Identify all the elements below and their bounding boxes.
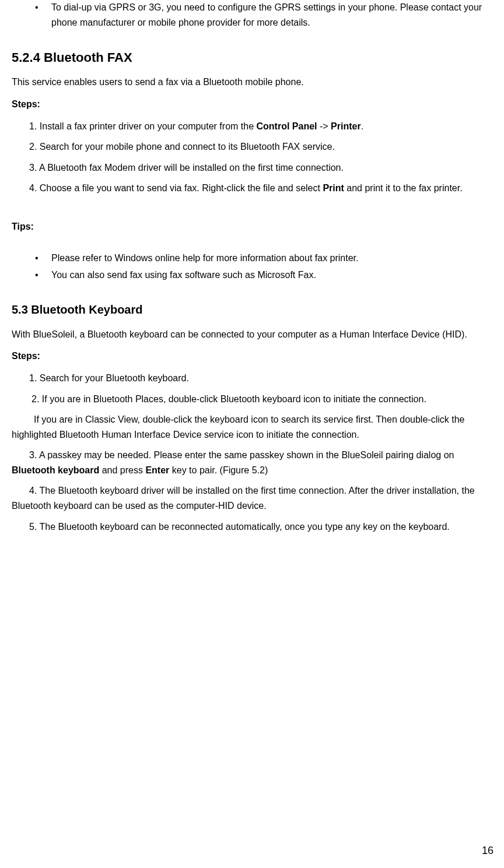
steps-label-53: Steps: (12, 349, 492, 364)
step-53-2: 2. If you are in Bluetooth Places, doubl… (12, 392, 492, 407)
intro-524: This service enables users to send a fax… (12, 75, 492, 90)
step-524-4: 4. Choose a file you want to send via fa… (12, 181, 492, 196)
step-524-2: 2. Search for your mobile phone and conn… (12, 139, 492, 154)
tip-text: You can also send fax using fax software… (51, 268, 492, 283)
intro-53: With BlueSoleil, a Bluetooth keyboard ca… (12, 327, 492, 342)
steps-label-524: Steps: (12, 97, 492, 112)
step-524-1: 1. Install a fax printer driver on your … (12, 119, 492, 134)
bullet-marker: • (35, 251, 51, 266)
step-53-1: 1. Search for your Bluetooth keyboard. (12, 371, 492, 386)
bullet-text: To dial-up via GPRS or 3G, you need to c… (51, 0, 492, 30)
step-53-4: 4. The Bluetooth keyboard driver will be… (12, 483, 492, 513)
step-53-5: 5. The Bluetooth keyboard can be reconne… (12, 519, 492, 535)
bullet-gprs: • To dial-up via GPRS or 3G, you need to… (12, 0, 492, 30)
tips-label-524: Tips: (12, 219, 492, 234)
heading-524: 5.2.4 Bluetooth FAX (12, 47, 492, 68)
tip-text: Please refer to Windows online help for … (51, 251, 492, 266)
step-53-3: 3. A passkey may be needed. Please enter… (12, 448, 492, 477)
heading-53: 5.3 Bluetooth Keyboard (12, 300, 492, 319)
bullet-marker: • (35, 0, 51, 30)
step-53-2b: If you are in Classic View, double-click… (12, 412, 492, 442)
tip-524-1: • Please refer to Windows online help fo… (12, 251, 492, 266)
step-524-3: 3. A Bluetooth fax Modem driver will be … (12, 160, 492, 175)
tip-524-2: • You can also send fax using fax softwa… (12, 268, 492, 283)
bullet-marker: • (35, 268, 51, 283)
